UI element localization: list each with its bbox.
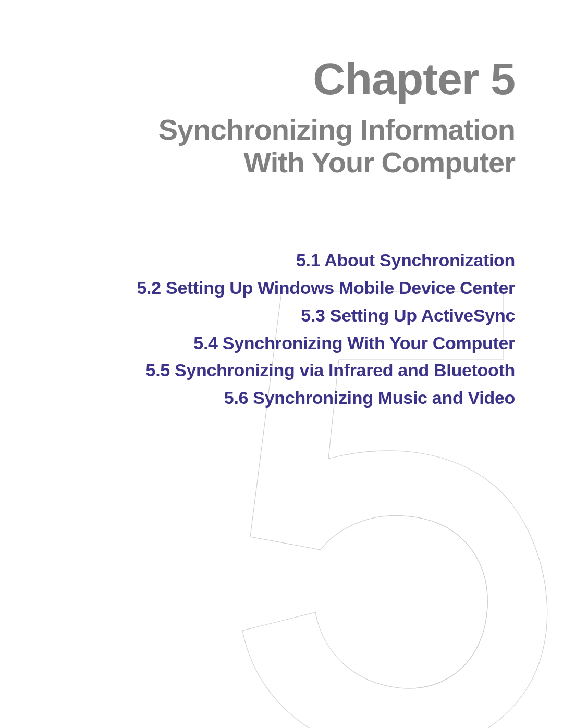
toc-entry[interactable]: 5.3 Setting Up ActiveSync — [0, 302, 515, 329]
toc-entry[interactable]: 5.6 Synchronizing Music and Video — [0, 384, 515, 412]
toc-entry[interactable]: 5.4 Synchronizing With Your Computer — [0, 329, 515, 357]
chapter-title-page: Chapter 5 Synchronizing Information With… — [0, 0, 563, 728]
chapter-title: Synchronizing Information With Your Comp… — [0, 114, 515, 179]
chapter-title-line2: With Your Computer — [243, 146, 515, 179]
toc-entry[interactable]: 5.2 Setting Up Windows Mobile Device Cen… — [0, 274, 515, 302]
chapter-title-line1: Synchronizing Information — [158, 113, 515, 146]
chapter-label: Chapter 5 — [0, 56, 515, 101]
toc-entry[interactable]: 5.5 Synchronizing via Infrared and Bluet… — [0, 356, 515, 384]
table-of-contents: 5.1 About Synchronization 5.2 Setting Up… — [0, 246, 515, 411]
toc-entry[interactable]: 5.1 About Synchronization — [0, 246, 515, 274]
